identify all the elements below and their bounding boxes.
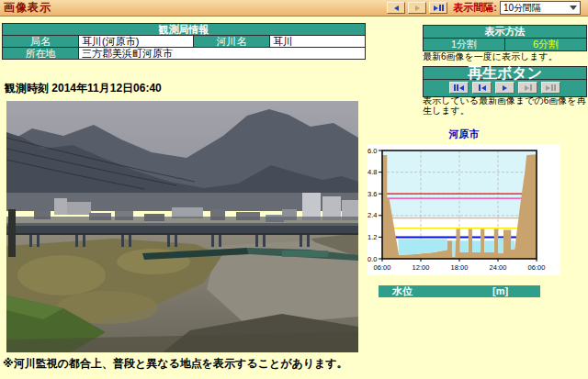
footnote: ※河川監視の都合上、普段と異なる地点を表示することがあります。 — [3, 356, 348, 372]
interval-controls: 表示間隔: 10分間隔 — [387, 1, 588, 15]
skip-to-latest-icon — [434, 6, 438, 11]
water-level-label: 水位 — [392, 285, 413, 297]
camera-image — [6, 101, 358, 352]
latest-image-button[interactable] — [429, 2, 447, 14]
interval-label: 表示間隔: — [453, 1, 497, 15]
water-level-chart-panel: 0.01.22.43.64.86.006:0012:0018:0024:0006… — [368, 144, 560, 275]
svg-text:4.8: 4.8 — [368, 168, 377, 176]
station-name-label: 局名 — [3, 36, 79, 48]
river-name-value: 耳川 — [270, 36, 366, 48]
observation-time-label: 観測時刻 — [5, 82, 49, 95]
step-forward-icon — [415, 6, 420, 11]
water-level-unit: [m] — [492, 285, 508, 297]
display-method-header: 表示方法 — [424, 26, 586, 39]
step-back-icon — [481, 85, 486, 91]
svg-text:06:00: 06:00 — [528, 263, 546, 272]
display-method-box: 表示方法 1分割 6分割 — [423, 25, 587, 51]
station-info-header: 観測局情報 — [3, 24, 366, 36]
svg-text:3.6: 3.6 — [368, 190, 377, 198]
playback-buttons — [424, 80, 586, 96]
play-icon — [503, 85, 507, 91]
svg-text:1.2: 1.2 — [368, 233, 377, 241]
water-channel — [282, 251, 328, 257]
step-forward-icon — [525, 85, 529, 91]
display-method-options: 1分割 6分割 — [424, 39, 586, 50]
observation-time: 観測時刻 2014年11月12日06:40 — [5, 81, 162, 96]
svg-text:6.0: 6.0 — [368, 147, 377, 155]
step-back-button[interactable] — [472, 82, 492, 94]
svg-text:18:00: 18:00 — [451, 263, 469, 272]
chevron-down-icon — [570, 6, 577, 10]
svg-text:24:00: 24:00 — [490, 263, 507, 272]
water-level-chart: 0.01.22.43.64.86.006:0012:0018:0024:0006… — [368, 144, 560, 275]
water-level-bar: 水位 [m] — [379, 285, 540, 297]
pole — [8, 209, 16, 257]
play-button[interactable] — [495, 82, 514, 94]
observation-time-value: 2014年11月12日06:40 — [51, 82, 161, 95]
prev-image-button[interactable] — [387, 2, 405, 14]
playback-header: 再生ボタン — [424, 67, 586, 80]
option-6-split[interactable]: 6分割 — [504, 39, 586, 50]
table-header-row: 観測局情報 — [3, 24, 366, 36]
station-info-table: 観測局情報 局名 耳川(河原市) 河川名 耳川 所在地 三方郡美浜町河原市 — [2, 23, 366, 60]
skip-to-end-button[interactable] — [541, 82, 560, 94]
location-value: 三方郡美浜町河原市 — [79, 48, 366, 60]
svg-text:06:00: 06:00 — [374, 263, 391, 272]
step-back-icon — [394, 6, 399, 11]
river-name-label: 河川名 — [194, 36, 270, 48]
next-image-button[interactable] — [408, 2, 426, 14]
skip-to-start-icon — [459, 85, 464, 91]
chart-title: 河原市 — [368, 128, 560, 141]
page-title: 画像表示 — [0, 0, 51, 16]
table-row: 所在地 三方郡美浜町河原市 — [3, 48, 366, 60]
grass-patch — [17, 255, 106, 295]
option-1-split[interactable]: 1分割 — [424, 39, 504, 50]
svg-text:2.4: 2.4 — [368, 211, 377, 219]
interval-select[interactable]: 10分間隔 — [500, 1, 581, 15]
station-name-value: 耳川(河原市) — [79, 36, 194, 48]
display-method-caption: 最新6画像を一度に表示します。 — [423, 51, 588, 61]
interval-selected-value: 10分間隔 — [503, 2, 541, 15]
skip-to-start-button[interactable] — [449, 82, 469, 94]
table-row: 局名 耳川(河原市) 河川名 耳川 — [3, 36, 366, 48]
title-bar: 画像表示 表示間隔: 10分間隔 — [0, 0, 588, 17]
svg-text:12:00: 12:00 — [413, 263, 430, 272]
playback-box: 再生ボタン — [423, 66, 587, 97]
svg-text:0.0: 0.0 — [368, 255, 377, 263]
playback-caption: 表示している最新画像までの6画像を再生します。 — [423, 95, 586, 116]
skip-to-end-icon — [546, 85, 550, 91]
step-forward-button[interactable] — [518, 82, 537, 94]
location-label: 所在地 — [3, 48, 79, 60]
